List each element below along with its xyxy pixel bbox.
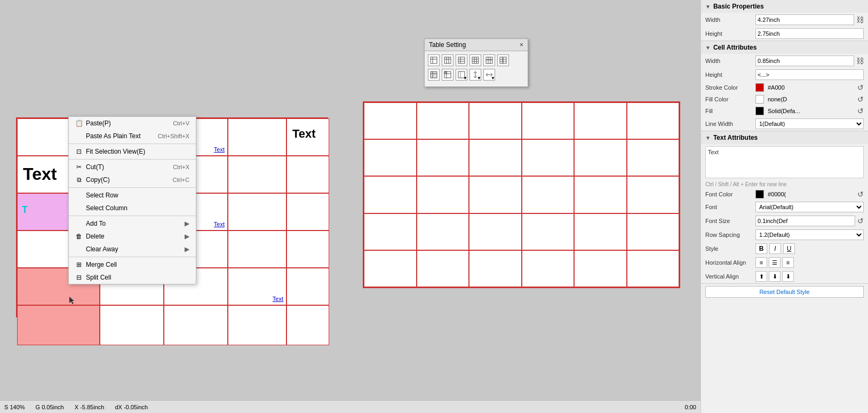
tr-c1[interactable] [364, 102, 417, 139]
table-icon-6[interactable] [497, 54, 509, 66]
cell-r1c5[interactable]: Text [286, 118, 329, 156]
stroke-refresh-btn[interactable]: ↺ [857, 83, 864, 92]
tr-c13[interactable] [364, 176, 417, 213]
tr-c20[interactable] [417, 213, 469, 250]
menu-item-fit[interactable]: ⊡ Fit Selection View(E) [69, 145, 196, 158]
reset-default-style-button[interactable]: Reset Default Style [705, 286, 864, 298]
cell-r4c4[interactable] [228, 231, 286, 268]
table-icon-2[interactable] [442, 54, 453, 66]
tr-c12[interactable] [627, 139, 680, 176]
basic-width-input[interactable] [755, 14, 854, 25]
v-align-bottom-button[interactable]: ⬇ [782, 271, 794, 282]
table-icon-8[interactable] [442, 69, 453, 81]
cell-width-input[interactable] [755, 55, 854, 66]
fill-color-swatch[interactable] [755, 95, 764, 104]
table-icon-1[interactable] [428, 54, 440, 66]
tr-c24[interactable] [627, 213, 680, 250]
table-icon-4[interactable] [469, 54, 481, 66]
v-align-top-button[interactable]: ⬆ [755, 271, 767, 282]
tr-c28[interactable] [522, 250, 575, 287]
font-size-input[interactable] [755, 216, 855, 226]
text-input-area[interactable]: Text [705, 146, 864, 178]
menu-item-paste-plain[interactable]: Paste As Plain Text Ctrl+Shift+X [69, 130, 196, 142]
underline-button[interactable]: U [783, 243, 795, 254]
cell-r6c3[interactable] [164, 305, 228, 345]
dialog-close-button[interactable]: × [520, 41, 523, 49]
font-color-refresh-btn[interactable]: ↺ [857, 190, 864, 198]
menu-item-paste[interactable]: 📋 Paste(P) Ctrl+V [69, 117, 196, 130]
basic-props-collapse-arrow[interactable]: ▼ [705, 4, 711, 10]
table-icon-align-h[interactable]: ▼ [483, 69, 495, 81]
menu-item-select-row[interactable]: Select Row [69, 189, 196, 202]
table-right[interactable] [363, 101, 680, 288]
tr-c9[interactable] [469, 139, 522, 176]
line-width-dropdown[interactable]: 1(Default) [755, 118, 864, 129]
basic-height-input[interactable] [755, 28, 864, 39]
cell-height-input[interactable] [755, 69, 864, 80]
link-icon-cell[interactable]: ⛓ [856, 57, 864, 65]
cell-r6c2[interactable] [100, 305, 164, 345]
menu-item-clear-away[interactable]: Clear Away ▶ [69, 243, 196, 256]
table-icon-3[interactable] [456, 54, 467, 66]
fill-swatch[interactable] [755, 107, 764, 115]
tr-c14[interactable] [417, 176, 469, 213]
cell-r6c5[interactable] [286, 305, 329, 345]
table-icon-border[interactable]: ▼ [456, 69, 467, 81]
fill-refresh-btn[interactable]: ↺ [857, 95, 864, 104]
tr-c16[interactable] [522, 176, 575, 213]
tr-c26[interactable] [417, 250, 469, 287]
tr-c25[interactable] [364, 250, 417, 287]
tr-c6[interactable] [627, 102, 680, 139]
tr-c7[interactable] [364, 139, 417, 176]
tr-c29[interactable] [574, 250, 627, 287]
stroke-color-swatch[interactable] [755, 83, 764, 92]
tr-c22[interactable] [522, 213, 575, 250]
tr-c18[interactable] [627, 176, 680, 213]
cell-r2c4[interactable] [228, 156, 286, 193]
h-align-center-button[interactable]: ☰ [769, 257, 781, 268]
cell-r5c4[interactable]: Text [228, 268, 286, 305]
menu-item-merge[interactable]: ⊞ Merge Cell [69, 258, 196, 271]
tr-c21[interactable] [469, 213, 522, 250]
text-attrs-collapse-arrow[interactable]: ▼ [705, 135, 711, 141]
tr-c30[interactable] [627, 250, 680, 287]
tr-c15[interactable] [469, 176, 522, 213]
v-align-middle-button[interactable]: ⬇ [769, 271, 781, 282]
h-align-right-button[interactable]: ≡ [782, 257, 794, 268]
font-color-swatch[interactable] [755, 190, 764, 198]
table-icon-5[interactable] [483, 54, 495, 66]
cell-r4c5[interactable] [286, 231, 329, 268]
cell-r1c4[interactable] [228, 118, 286, 156]
menu-item-select-column[interactable]: Select Column [69, 202, 196, 215]
link-icon-basic[interactable]: ⛓ [856, 15, 864, 24]
tr-c27[interactable] [469, 250, 522, 287]
menu-item-delete[interactable]: 🗑 Delete ▶ [69, 230, 196, 243]
italic-button[interactable]: I [769, 243, 781, 254]
tr-c11[interactable] [574, 139, 627, 176]
cell-r6c4[interactable] [228, 305, 286, 345]
tr-c4[interactable] [522, 102, 575, 139]
cell-r3c5[interactable] [286, 193, 329, 231]
cell-r5c5[interactable] [286, 268, 329, 305]
cell-r6c1[interactable] [17, 305, 100, 345]
tr-c23[interactable] [574, 213, 627, 250]
cell-r3c4[interactable] [228, 193, 286, 231]
table-icon-7[interactable] [428, 69, 440, 81]
tr-c5[interactable] [574, 102, 627, 139]
font-size-refresh-btn[interactable]: ↺ [857, 217, 864, 225]
bold-button[interactable]: B [755, 243, 767, 254]
tr-c2[interactable] [417, 102, 469, 139]
table-icon-align-v[interactable]: ▼ [469, 69, 481, 81]
tr-c19[interactable] [364, 213, 417, 250]
tr-c10[interactable] [522, 139, 575, 176]
tr-c8[interactable] [417, 139, 469, 176]
cell-r2c5[interactable] [286, 156, 329, 193]
fill-type-refresh-btn[interactable]: ↺ [857, 107, 864, 115]
menu-item-add-to[interactable]: Add To ▶ [69, 217, 196, 230]
menu-item-copy[interactable]: ⧉ Copy(C) Ctrl+C [69, 173, 196, 186]
tr-c17[interactable] [574, 176, 627, 213]
tr-c3[interactable] [469, 102, 522, 139]
font-dropdown[interactable]: Arial(Default) [755, 202, 864, 212]
menu-item-split[interactable]: ⊟ Split Cell [69, 271, 196, 284]
row-spacing-dropdown[interactable]: 1.2(Default) [755, 229, 864, 240]
